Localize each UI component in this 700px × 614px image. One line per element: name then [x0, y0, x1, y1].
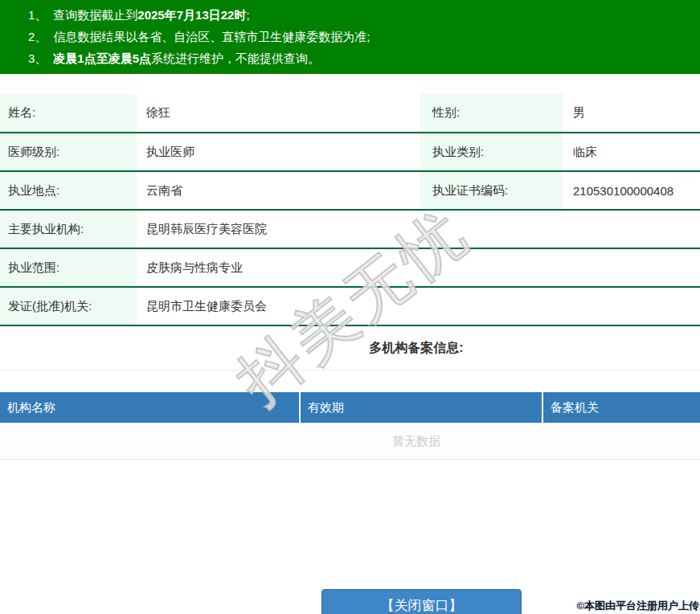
notice-line-3: 3、凌晨1点至凌晨5点系统进行维护，不能提供查询。 — [28, 47, 692, 69]
notice-text: 查询数据截止到 — [53, 8, 137, 22]
notice-text: 信息数据结果以各省、自治区、直辖市卫生健康委数据为准; — [53, 30, 370, 43]
table-row: 发证(批准)机关: 昆明市卫生健康委员会 — [0, 287, 700, 325]
field-label-certificate-number: 执业证书编码: — [420, 171, 563, 210]
notice-line-2: 2、信息数据结果以各省、自治区、直辖市卫生健康委数据为准; — [28, 26, 692, 47]
notice-number: 3、 — [28, 51, 47, 65]
field-value-certificate-number: 210530100000408 — [563, 171, 700, 210]
notice-line-1: 1、查询数据截止到2025年7月13日22时; — [28, 4, 692, 26]
notice-text: 系统进行维护，不能提供查询。 — [151, 51, 320, 65]
field-value-doctor-level: 执业医师 — [137, 133, 420, 171]
field-label-practice-location: 执业地点: — [0, 171, 137, 210]
field-value-main-institution: 昆明韩辰医疗美容医院 — [137, 210, 700, 248]
multi-institution-section: 多机构备案信息: — [0, 326, 700, 370]
table-row: 主要执业机构: 昆明韩辰医疗美容医院 — [0, 210, 700, 248]
field-value-practice-scope: 皮肤病与性病专业 — [137, 248, 700, 287]
field-label-doctor-level: 医师级别: — [0, 133, 137, 171]
column-header-filing-authority: 备案机关 — [542, 392, 700, 423]
table-row: 执业范围: 皮肤病与性病专业 — [0, 248, 700, 287]
close-window-button[interactable]: 【关闭窗口】 — [321, 589, 522, 614]
notice-text: ; — [246, 8, 249, 22]
field-value-issuing-authority: 昆明市卫生健康委员会 — [137, 287, 700, 325]
column-header-institution-name: 机构名称 — [0, 392, 299, 423]
notice-number: 1、 — [28, 8, 47, 22]
table-row: 姓名: 徐狂 性别: 男 — [0, 94, 700, 133]
field-label-gender: 性别: — [420, 94, 563, 133]
field-value-practice-category: 临床 — [563, 133, 700, 171]
table-row: 执业地点: 云南省 执业证书编码: 210530100000408 — [0, 171, 700, 210]
notice-banner: 1、查询数据截止到2025年7月13日22时; 2、信息数据结果以各省、自治区、… — [0, 0, 700, 74]
table-row: 医师级别: 执业医师 执业类别: 临床 — [0, 133, 700, 171]
no-data-text: 暂无数据 — [133, 423, 700, 460]
field-label-main-institution: 主要执业机构: — [0, 210, 137, 248]
notice-bold-text: 2025年7月13日22时 — [137, 8, 246, 22]
column-header-validity-period: 有效期 — [299, 392, 542, 423]
field-value-name: 徐狂 — [137, 94, 420, 133]
notice-bold-text: 凌晨1点至凌晨5点 — [53, 51, 151, 65]
field-label-issuing-authority: 发证(批准)机关: — [0, 287, 137, 325]
copyright-watermark: ©本图由平台注册用户上传 — [576, 599, 699, 613]
section-title: 多机构备案信息: — [133, 340, 700, 357]
notice-number: 2、 — [28, 30, 47, 43]
practitioner-info-table: 姓名: 徐狂 性别: 男 医师级别: 执业医师 执业类别: 临床 执业地点: 云… — [0, 94, 700, 326]
org-table-header: 机构名称 有效期 备案机关 — [0, 392, 700, 423]
field-value-practice-location: 云南省 — [137, 171, 420, 210]
field-label-name: 姓名: — [0, 94, 137, 133]
field-label-practice-scope: 执业范围: — [0, 248, 137, 287]
org-table-empty-row: 暂无数据 — [0, 423, 700, 460]
field-label-practice-category: 执业类别: — [420, 133, 563, 171]
field-value-gender: 男 — [563, 94, 700, 133]
